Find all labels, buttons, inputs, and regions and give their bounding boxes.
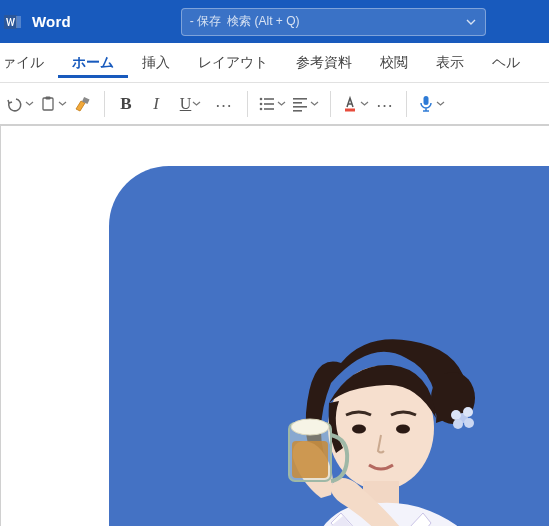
word-app-icon bbox=[4, 13, 22, 31]
more-paragraph-button[interactable]: … bbox=[372, 89, 398, 119]
bold-button[interactable]: B bbox=[113, 89, 139, 119]
app-title: Word bbox=[32, 13, 71, 30]
tab-review[interactable]: 校閲 bbox=[366, 46, 422, 78]
chevron-down-icon bbox=[24, 99, 34, 108]
svg-rect-1 bbox=[16, 16, 21, 28]
separator bbox=[330, 91, 331, 117]
undo-button[interactable] bbox=[4, 89, 37, 119]
svg-point-7 bbox=[260, 102, 263, 105]
svg-rect-8 bbox=[264, 103, 274, 105]
document-page[interactable] bbox=[0, 125, 549, 526]
chevron-down-icon bbox=[359, 99, 369, 108]
rounded-rectangle-shape[interactable] bbox=[109, 166, 549, 526]
svg-rect-15 bbox=[345, 108, 355, 111]
tab-help[interactable]: ヘル bbox=[478, 46, 534, 78]
svg-rect-11 bbox=[293, 98, 307, 100]
chevron-down-icon bbox=[191, 99, 201, 108]
bullets-button[interactable] bbox=[256, 89, 289, 119]
separator bbox=[247, 91, 248, 117]
search-placeholder: 検索 (Alt + Q) bbox=[227, 13, 299, 30]
svg-rect-0 bbox=[4, 15, 17, 29]
italic-button[interactable]: I bbox=[139, 89, 173, 119]
tab-layout[interactable]: レイアウト bbox=[184, 46, 282, 78]
chevron-down-icon bbox=[309, 99, 319, 108]
tab-home[interactable]: ホーム bbox=[58, 46, 128, 78]
search-box[interactable]: ‐ 保存 検索 (Alt + Q) bbox=[181, 8, 486, 36]
svg-point-5 bbox=[260, 97, 263, 100]
separator bbox=[406, 91, 407, 117]
tab-file[interactable]: ァイル bbox=[2, 46, 58, 78]
document-canvas[interactable] bbox=[0, 125, 549, 526]
title-bar: Word ‐ 保存 検索 (Alt + Q) bbox=[0, 0, 549, 43]
underline-button[interactable]: U bbox=[173, 89, 209, 119]
more-font-button[interactable]: … bbox=[209, 89, 239, 119]
dictate-button[interactable] bbox=[415, 89, 448, 119]
align-button[interactable] bbox=[289, 89, 322, 119]
svg-rect-3 bbox=[46, 96, 51, 99]
ribbon-tabs: ァイル ホーム 挿入 レイアウト 参考資料 校閲 表示 ヘル bbox=[0, 43, 549, 83]
tab-insert[interactable]: 挿入 bbox=[128, 46, 184, 78]
tab-view[interactable]: 表示 bbox=[422, 46, 478, 78]
svg-rect-6 bbox=[264, 98, 274, 100]
separator bbox=[104, 91, 105, 117]
ribbon-toolbar: B I U … bbox=[0, 83, 549, 125]
svg-rect-14 bbox=[293, 110, 302, 112]
svg-point-9 bbox=[260, 107, 263, 110]
chevron-down-icon bbox=[276, 99, 286, 108]
chevron-down-icon bbox=[465, 16, 477, 28]
paste-button[interactable] bbox=[37, 89, 70, 119]
svg-rect-10 bbox=[264, 108, 274, 110]
svg-rect-16 bbox=[424, 96, 429, 105]
chevron-down-icon bbox=[435, 99, 445, 108]
svg-rect-13 bbox=[293, 106, 307, 108]
font-color-button[interactable] bbox=[339, 89, 372, 119]
svg-rect-2 bbox=[43, 98, 53, 110]
tab-references[interactable]: 参考資料 bbox=[282, 46, 366, 78]
chevron-down-icon bbox=[57, 99, 67, 108]
autosave-prefix: ‐ 保存 bbox=[190, 13, 221, 30]
svg-rect-12 bbox=[293, 102, 302, 104]
format-painter-button[interactable] bbox=[70, 89, 96, 119]
